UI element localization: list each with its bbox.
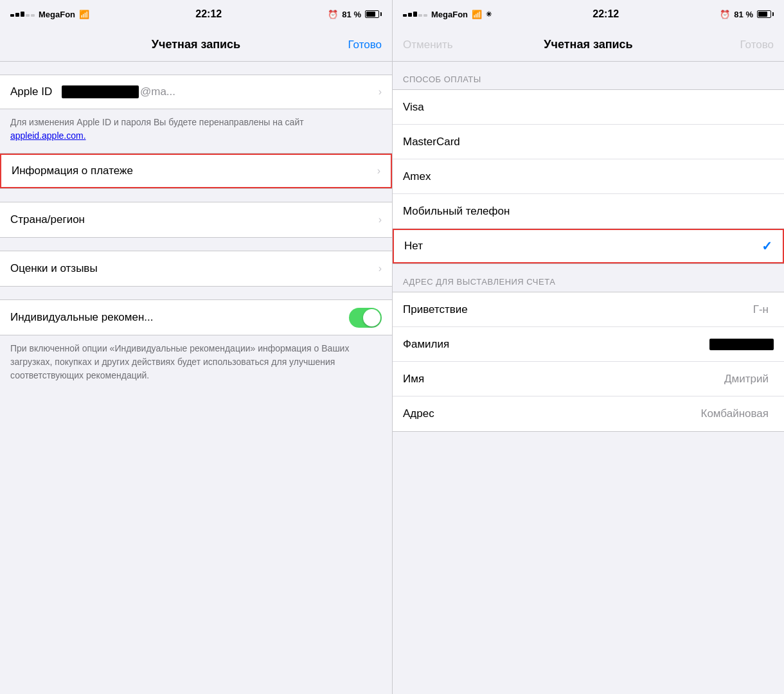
apple-id-value: @ma... bbox=[62, 85, 379, 98]
left-content: Apple ID @ma... › Для изменения Apple ID… bbox=[0, 62, 392, 694]
visa-label: Visa bbox=[403, 101, 774, 114]
right-top-gap bbox=[393, 62, 784, 75]
address-row[interactable]: Адрес Комбайновая bbox=[393, 396, 784, 431]
left-status-left: MegaFon 📶 bbox=[10, 10, 89, 19]
right-nav-title: Учетная запись bbox=[544, 38, 632, 51]
right-carrier: MegaFon bbox=[431, 10, 468, 19]
ratings-chevron-icon: › bbox=[379, 263, 382, 274]
left-nav-bar: Учетная запись Готово bbox=[0, 28, 392, 62]
billing-section-header: АДРЕС ДЛЯ ВЫСТАВЛЕНИЯ СЧЕТА bbox=[393, 277, 784, 292]
alarm-icon: ⏰ bbox=[328, 10, 338, 19]
recommendations-label: Индивидуальные рекомен... bbox=[10, 311, 349, 324]
toggle-thumb bbox=[363, 309, 380, 326]
right-done-button[interactable]: Готово bbox=[740, 39, 774, 51]
payment-methods-group: Visa MasterCard Amex Мобильный телефон Н… bbox=[393, 89, 784, 264]
right-battery-pct: 81 % bbox=[734, 10, 753, 19]
none-payment-row[interactable]: Нет ✓ bbox=[393, 229, 784, 263]
left-nav-title: Учетная запись bbox=[152, 38, 240, 51]
left-time: 22:12 bbox=[195, 8, 222, 20]
lastname-label: Фамилия bbox=[403, 338, 709, 351]
mastercard-row[interactable]: MasterCard bbox=[393, 125, 784, 159]
greeting-value: Г-н bbox=[753, 303, 769, 316]
payment-info-group: Информация о платеже › bbox=[0, 153, 392, 189]
right-cancel-button[interactable]: Отменить bbox=[403, 39, 453, 51]
right-time: 22:12 bbox=[592, 8, 619, 20]
right-battery-icon bbox=[757, 10, 774, 18]
country-chevron-icon: › bbox=[379, 214, 382, 226]
country-row[interactable]: Страна/регион › bbox=[0, 202, 392, 237]
left-top-gap bbox=[0, 62, 392, 75]
recommendations-row[interactable]: Индивидуальные рекомен... bbox=[0, 300, 392, 335]
apple-id-redacted bbox=[62, 85, 139, 98]
firstname-row[interactable]: Имя Дмитрий bbox=[393, 362, 784, 396]
recommendations-toggle[interactable] bbox=[349, 308, 382, 328]
left-panel: MegaFon 📶 22:12 ⏰ 81 % Учетная запись Го… bbox=[0, 0, 392, 694]
right-wifi-icon: 📶 bbox=[472, 10, 482, 19]
ratings-label: Оценки и отзывы bbox=[10, 262, 379, 275]
mobile-phone-row[interactable]: Мобильный телефон bbox=[393, 194, 784, 229]
left-status-bar: MegaFon 📶 22:12 ⏰ 81 % bbox=[0, 0, 392, 28]
address-value: Комбайновая bbox=[701, 407, 769, 420]
apple-id-link[interactable]: appleid.apple.com. bbox=[10, 130, 86, 141]
left-carrier: MegaFon bbox=[39, 10, 75, 19]
apple-id-label: Apple ID bbox=[10, 85, 62, 98]
ratings-group: Оценки и отзывы › bbox=[0, 251, 392, 287]
right-status-right: ⏰ 81 % bbox=[720, 10, 774, 19]
right-content: СПОСОБ ОПЛАТЫ Visa MasterCard Amex Мобил… bbox=[393, 62, 784, 694]
greeting-label: Приветствие bbox=[403, 303, 753, 316]
left-done-button[interactable]: Готово bbox=[348, 39, 382, 51]
recommendations-group: Индивидуальные рекомен... bbox=[0, 299, 392, 335]
signal-dots bbox=[10, 12, 35, 17]
right-alarm-icon: ⏰ bbox=[720, 10, 730, 19]
lastname-row[interactable]: Фамилия bbox=[393, 327, 784, 362]
left-battery-icon bbox=[365, 10, 382, 18]
mastercard-label: MasterCard bbox=[403, 136, 774, 148]
right-status-left: MegaFon 📶 ✳ bbox=[403, 10, 492, 19]
right-panel: MegaFon 📶 ✳ 22:12 ⏰ 81 % Отменить Учетна… bbox=[392, 0, 784, 694]
recommendations-description: При включенной опции «Индивидуальные рек… bbox=[0, 335, 392, 393]
visa-row[interactable]: Visa bbox=[393, 90, 784, 125]
left-wifi-icon: 📶 bbox=[79, 10, 89, 19]
ratings-row[interactable]: Оценки и отзывы › bbox=[0, 251, 392, 286]
firstname-value: Дмитрий bbox=[724, 373, 769, 386]
payment-info-row[interactable]: Информация о платеже › bbox=[0, 154, 392, 188]
left-status-right: ⏰ 81 % bbox=[328, 10, 382, 19]
greeting-row[interactable]: Приветствие Г-н bbox=[393, 292, 784, 327]
description-text: Для изменения Apple ID и пароля Вы будет… bbox=[10, 117, 304, 127]
apple-id-suffix: @ma... bbox=[140, 85, 175, 98]
right-signal-asterisk: ✳ bbox=[486, 10, 492, 19]
payment-info-chevron-icon: › bbox=[377, 165, 380, 177]
mobile-phone-label: Мобильный телефон bbox=[403, 205, 774, 218]
none-payment-checkmark: ✓ bbox=[762, 238, 772, 254]
billing-fields-group: Приветствие Г-н Фамилия Имя Дмитрий Адре… bbox=[393, 292, 784, 432]
apple-id-chevron-icon: › bbox=[379, 86, 382, 98]
right-nav-bar: Отменить Учетная запись Готово bbox=[393, 28, 784, 62]
payment-info-label: Информация о платеже bbox=[12, 165, 377, 177]
left-battery-pct: 81 % bbox=[342, 10, 361, 19]
address-label: Адрес bbox=[403, 407, 701, 420]
right-status-bar: MegaFon 📶 ✳ 22:12 ⏰ 81 % bbox=[393, 0, 784, 28]
amex-row[interactable]: Amex bbox=[393, 159, 784, 194]
apple-id-description: Для изменения Apple ID и пароля Вы будет… bbox=[0, 109, 392, 153]
firstname-label: Имя bbox=[403, 373, 724, 386]
none-payment-label: Нет bbox=[404, 240, 762, 253]
lastname-redacted bbox=[709, 339, 774, 350]
amex-label: Amex bbox=[403, 170, 774, 183]
country-label: Страна/регион bbox=[10, 213, 379, 226]
country-group: Страна/регион › bbox=[0, 202, 392, 238]
apple-id-row[interactable]: Apple ID @ma... › bbox=[0, 75, 392, 109]
right-signal-dots bbox=[403, 12, 427, 17]
payment-section-header: СПОСОБ ОПЛАТЫ bbox=[393, 75, 784, 89]
